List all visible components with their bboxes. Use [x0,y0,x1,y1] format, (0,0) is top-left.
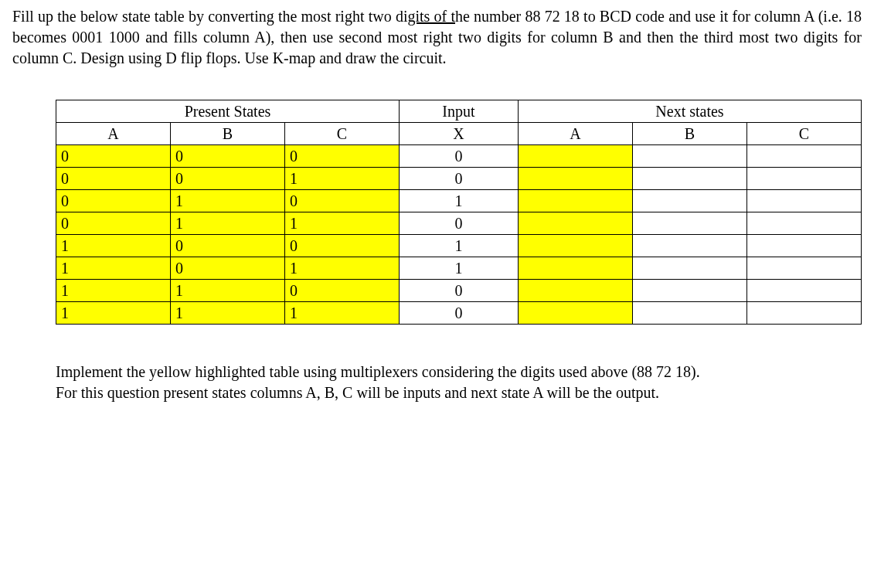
cell-B: 1 [171,212,285,235]
cell-next-B [632,257,746,280]
cell-A: 1 [56,235,171,257]
cell-A: 0 [56,190,171,212]
intro-underlined: gits of t [407,8,455,25]
cell-A: 0 [56,212,171,235]
table-row: 0 0 0 0 [56,145,862,168]
cell-X: 1 [400,257,519,280]
cell-next-C [746,302,861,325]
table-row: 1 1 1 0 [56,302,862,325]
cell-next-B [632,212,746,235]
cell-C: 0 [285,235,400,257]
cell-next-A [518,235,632,257]
cell-C: 1 [285,212,400,235]
cell-A: 0 [56,145,171,168]
cell-next-A [518,168,632,190]
table-row: 0 1 0 1 [56,190,862,212]
cell-B: 0 [171,257,285,280]
cell-C: 0 [285,145,400,168]
table-row: 0 1 1 0 [56,212,862,235]
cell-next-A [518,212,632,235]
cell-A: 0 [56,168,171,190]
col-header-next-B: B [632,123,746,145]
cell-next-B [632,235,746,257]
cell-A: 1 [56,257,171,280]
cell-next-A [518,145,632,168]
input-header: Input [400,100,519,123]
table-row: 1 1 0 0 [56,280,862,302]
problem-outro: Implement the yellow highlighted table u… [56,362,837,403]
cell-B: 0 [171,168,285,190]
cell-B: 0 [171,145,285,168]
cell-X: 0 [400,302,519,325]
header-columns-row: A B C X A B C [56,123,862,145]
col-header-A: A [56,123,171,145]
cell-next-C [746,145,861,168]
cell-C: 1 [285,257,400,280]
cell-next-C [746,257,861,280]
cell-next-B [632,280,746,302]
cell-C: 0 [285,190,400,212]
col-header-C: C [285,123,400,145]
state-table-wrap: Present States Input Next states A B C X… [56,100,862,325]
cell-B: 0 [171,235,285,257]
outro-p1: Implement the yellow highlighted table u… [56,362,837,382]
cell-X: 1 [400,235,519,257]
table-row: 0 0 1 0 [56,168,862,190]
cell-C: 1 [285,168,400,190]
cell-next-A [518,190,632,212]
cell-next-B [632,168,746,190]
col-header-B: B [171,123,285,145]
cell-next-C [746,212,861,235]
cell-next-B [632,302,746,325]
cell-next-C [746,235,861,257]
cell-next-A [518,257,632,280]
cell-B: 1 [171,302,285,325]
cell-X: 0 [400,280,519,302]
cell-next-C [746,190,861,212]
state-table: Present States Input Next states A B C X… [56,100,862,325]
next-states-header: Next states [518,100,861,123]
col-header-next-A: A [518,123,632,145]
cell-X: 1 [400,190,519,212]
table-row: 1 0 1 1 [56,257,862,280]
cell-C: 0 [285,280,400,302]
header-group-row: Present States Input Next states [56,100,862,123]
cell-X: 0 [400,145,519,168]
cell-next-A [518,280,632,302]
cell-next-B [632,190,746,212]
cell-next-C [746,280,861,302]
cell-A: 1 [56,302,171,325]
col-header-X: X [400,123,519,145]
cell-C: 1 [285,302,400,325]
cell-X: 0 [400,212,519,235]
cell-A: 1 [56,280,171,302]
problem-intro: Fill up the below state table by convert… [12,6,862,69]
table-row: 1 0 0 1 [56,235,862,257]
cell-B: 1 [171,190,285,212]
cell-next-B [632,145,746,168]
outro-p2: For this question present states columns… [56,382,837,403]
present-states-header: Present States [56,100,400,123]
col-header-next-C: C [746,123,861,145]
cell-B: 1 [171,280,285,302]
cell-next-A [518,302,632,325]
cell-X: 0 [400,168,519,190]
intro-seg1: Fill up the below state table by convert… [12,8,407,25]
cell-next-C [746,168,861,190]
